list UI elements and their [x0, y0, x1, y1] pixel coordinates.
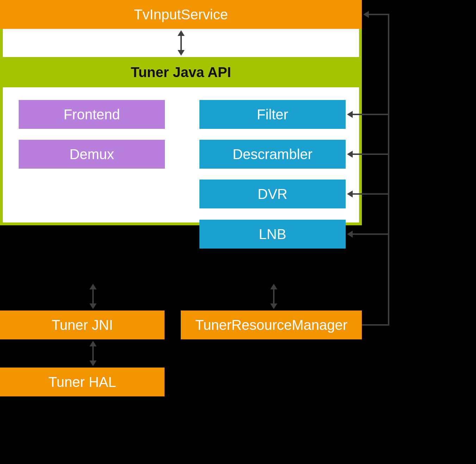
frontend-box: Frontend: [19, 100, 165, 129]
tuner-jni-label: Tuner JNI: [51, 317, 113, 333]
tuner-java-api-label: Tuner Java API: [131, 64, 231, 80]
lnb-box: LNB: [199, 220, 346, 249]
arrow-left-icon: [347, 111, 353, 118]
connector-line: [388, 14, 389, 326]
connector-line: [362, 324, 389, 326]
arrow-left-icon: [347, 190, 353, 197]
connector-line: [353, 153, 389, 155]
dvr-box: DVR: [199, 180, 346, 208]
connector-line: [92, 346, 94, 360]
connector-line: [353, 233, 389, 235]
connector-line: [180, 35, 182, 50]
arrow-down-icon: [270, 303, 277, 309]
tuner-hal-box: Tuner HAL: [0, 368, 165, 396]
tuner-resource-manager-label: TunerResourceManager: [195, 317, 347, 333]
descrambler-box: Descrambler: [199, 140, 346, 169]
filter-label: Filter: [257, 107, 288, 123]
diagram-canvas: TvInputService Tuner Java API Frontend D…: [0, 0, 476, 464]
arrow-left-icon: [347, 231, 353, 238]
demux-box: Demux: [19, 140, 165, 169]
connector-line: [353, 193, 389, 195]
connector-line: [353, 114, 389, 115]
arrow-left-icon: [363, 11, 369, 18]
tuner-hal-label: Tuner HAL: [49, 374, 116, 390]
descrambler-label: Descrambler: [233, 146, 313, 162]
tuner-java-api-header: Tuner Java API: [0, 57, 362, 87]
tuner-resource-manager-box: TunerResourceManager: [181, 311, 362, 339]
arrow-down-icon: [178, 50, 185, 56]
arrow-down-icon: [89, 360, 97, 366]
demux-label: Demux: [69, 146, 114, 162]
connector-line: [92, 289, 94, 303]
tv-input-service-box: TvInputService: [0, 0, 362, 29]
arrow-left-icon: [347, 151, 353, 158]
arrow-down-icon: [89, 303, 97, 309]
tv-input-service-label: TvInputService: [134, 7, 228, 23]
tuner-jni-box: Tuner JNI: [0, 311, 165, 339]
connector-line: [369, 14, 389, 15]
dvr-label: DVR: [258, 186, 287, 202]
lnb-label: LNB: [259, 226, 286, 242]
connector-line: [273, 289, 274, 303]
frontend-label: Frontend: [63, 107, 120, 123]
filter-box: Filter: [199, 100, 346, 129]
